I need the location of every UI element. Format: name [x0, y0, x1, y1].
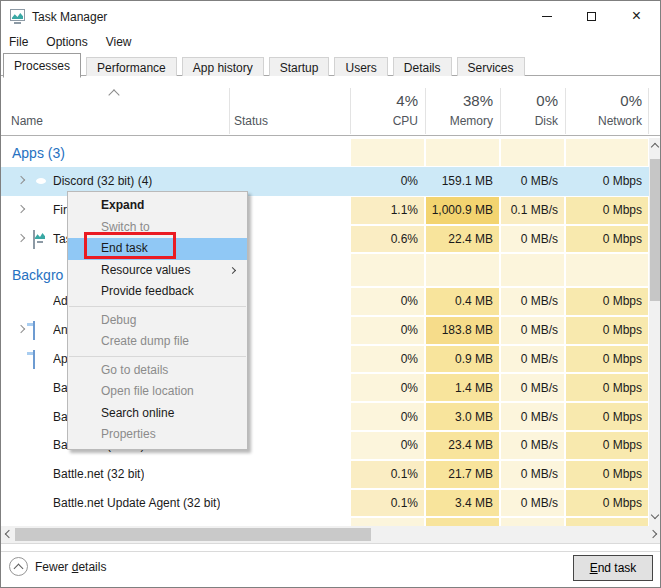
menu-item-properties: Properties — [68, 424, 247, 446]
disk-cell: 0 MB/s — [501, 403, 564, 430]
disk-column-label: Disk — [535, 114, 558, 128]
cpu-cell: 0.1% — [351, 490, 424, 517]
menu-item-provide-feedback[interactable]: Provide feedback — [68, 281, 247, 303]
scroll-right-icon[interactable] — [649, 530, 657, 538]
tab-bar: ProcessesPerformanceApp historyStartupUs… — [1, 51, 660, 76]
memory-cell: 0.9 MB — [426, 346, 499, 373]
task-manager-app-icon — [10, 9, 25, 21]
fewer-details-label: Fewer details — [35, 560, 106, 574]
menu-item-search-online[interactable]: Search online — [68, 403, 247, 425]
disk-cell: 0 MB/s — [501, 461, 564, 488]
column-header-status[interactable]: Status — [234, 114, 268, 128]
menu-file[interactable]: File — [1, 35, 37, 49]
cpu-cell: 1.1% — [351, 197, 424, 224]
menu-view[interactable]: View — [97, 35, 141, 49]
app-window-glyph — [33, 321, 35, 340]
close-button[interactable]: × — [614, 1, 659, 31]
horizontal-scrollbar-thumb[interactable] — [15, 528, 371, 541]
menu-separator — [69, 306, 246, 307]
maximize-button[interactable] — [569, 1, 614, 31]
expand-chevron-icon[interactable] — [17, 325, 25, 333]
group-header-label: Apps (3) — [12, 145, 65, 161]
disk-cell — [501, 139, 564, 166]
table-row[interactable]: 0.1%3.4 MB0 MB/s0 MbpsBattle.net Update … — [1, 489, 649, 518]
group-header-label: Backgro — [12, 267, 63, 283]
app-window-icon — [33, 351, 49, 367]
scroll-left-icon[interactable] — [5, 530, 13, 538]
column-divider — [229, 88, 230, 134]
memory-cell: 22.4 MB — [426, 226, 499, 253]
scroll-up-icon[interactable] — [651, 143, 659, 151]
tab-processes[interactable]: Processes — [3, 53, 81, 78]
scroll-down-icon[interactable] — [651, 511, 659, 519]
process-name: Discord (32 bit) (4) — [53, 174, 152, 188]
menu-options[interactable]: Options — [37, 35, 96, 49]
cpu-cell — [351, 254, 424, 286]
task-manager-icon — [33, 231, 49, 247]
memory-cell: 159.1 MB — [426, 168, 499, 195]
process-name: Battle.net (32 bit) — [53, 467, 144, 481]
process-name: An — [53, 323, 68, 337]
menu-bar: File Options View — [1, 33, 660, 51]
vertical-scrollbar-thumb[interactable] — [650, 159, 661, 301]
cpu-column-label: CPU — [393, 114, 418, 128]
memory-cell — [426, 139, 499, 166]
context-menu: ExpandSwitch toEnd taskResource valuesPr… — [67, 191, 248, 450]
memory-cell: 183.8 MB — [426, 317, 499, 344]
memory-cell: 3.0 MB — [426, 403, 499, 430]
network-cell — [566, 139, 648, 166]
column-header-cpu[interactable]: 4% CPU — [351, 76, 424, 135]
network-cell: 0 Mbps — [566, 317, 648, 344]
sort-ascending-icon — [108, 89, 119, 100]
network-cell: 0 Mbps — [566, 288, 648, 315]
column-header-disk[interactable]: 0% Disk — [501, 76, 564, 135]
expand-chevron-icon[interactable] — [17, 205, 25, 213]
cpu-cell: 0% — [351, 403, 424, 430]
title-bar: Task Manager × — [1, 1, 660, 33]
memory-cell: 21.7 MB — [426, 461, 499, 488]
minimize-button[interactable] — [524, 1, 569, 31]
group-row[interactable]: Apps (3) — [1, 138, 649, 167]
expand-chevron-icon[interactable] — [17, 234, 25, 242]
column-header-name[interactable]: Name — [11, 114, 43, 128]
memory-cell — [426, 254, 499, 286]
menu-item-open-file-location: Open file location — [68, 381, 247, 403]
network-cell: 0 Mbps — [566, 374, 648, 401]
cpu-cell: 0% — [351, 168, 424, 195]
disk-cell: 0 MB/s — [501, 490, 564, 517]
disk-cell: 0 MB/s — [501, 374, 564, 401]
maximize-icon — [587, 12, 596, 21]
cpu-total-usage: 4% — [396, 92, 418, 109]
close-icon: × — [632, 8, 641, 24]
expand-chevron-icon[interactable] — [17, 176, 25, 184]
menu-item-expand[interactable]: Expand — [68, 195, 247, 217]
battlenet-icon — [33, 495, 49, 511]
network-cell: 0 Mbps — [566, 403, 648, 430]
minimize-icon — [542, 16, 552, 17]
horizontal-scrollbar[interactable] — [1, 526, 661, 543]
memory-cell: 3.4 MB — [426, 490, 499, 517]
memory-cell: 0.4 MB — [426, 288, 499, 315]
memory-cell: 23.4 MB — [426, 432, 499, 459]
cpu-cell: 0% — [351, 432, 424, 459]
firefox-icon — [33, 202, 49, 218]
vertical-scrollbar[interactable] — [649, 138, 661, 526]
memory-column-label: Memory — [450, 114, 493, 128]
column-divider — [648, 88, 649, 134]
fewer-details-toggle[interactable]: Fewer details — [9, 557, 106, 576]
cpu-cell: 0% — [351, 317, 424, 344]
cpu-cell: 0% — [351, 288, 424, 315]
end-task-button[interactable]: End task — [573, 555, 653, 581]
column-header-network[interactable]: 0% Network — [566, 76, 648, 135]
table-row[interactable]: 0.1%21.7 MB0 MB/s0 MbpsBattle.net (32 bi… — [1, 460, 649, 489]
network-column-label: Network — [598, 114, 642, 128]
column-header-memory[interactable]: 38% Memory — [426, 76, 499, 135]
battlenet-icon — [33, 380, 49, 396]
network-cell: 0 Mbps — [566, 226, 648, 253]
disk-cell: 0 MB/s — [501, 317, 564, 344]
process-name: Ad — [53, 294, 68, 308]
app-window-glyph — [33, 350, 35, 369]
menu-item-resource-values[interactable]: Resource values — [68, 260, 247, 282]
cpu-cell — [351, 139, 424, 166]
cpu-cell: 0% — [351, 346, 424, 373]
